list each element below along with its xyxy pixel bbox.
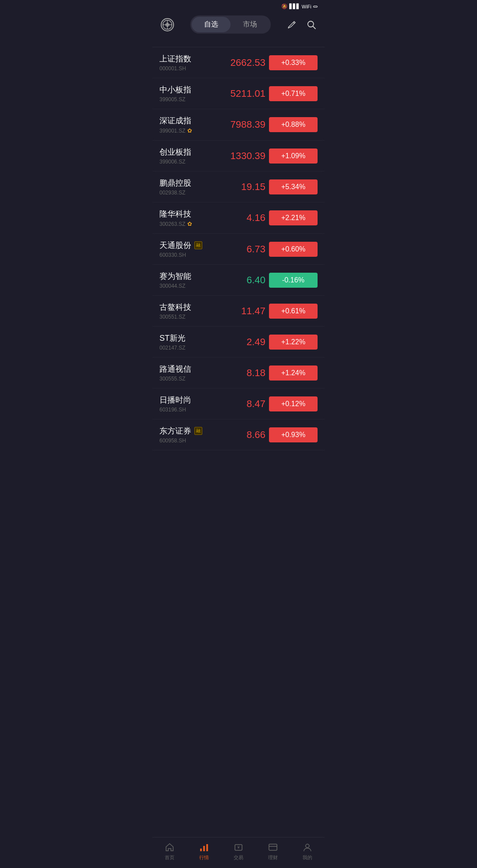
nav-label-home: 首页: [165, 854, 174, 861]
stock-code: 300551.SZ: [159, 314, 217, 320]
stock-info: 赛为智能 300044.SZ: [159, 271, 217, 289]
svg-rect-14: [269, 844, 277, 850]
finance-icon: [268, 842, 278, 853]
stock-name: 天通股份融: [159, 240, 217, 251]
stock-code: 002147.SZ: [159, 345, 217, 351]
nav-label-market: 行情: [199, 854, 209, 861]
battery-icon: [313, 6, 318, 8]
stock-price: 4.16: [217, 212, 265, 224]
change-badge: +0.93%: [269, 427, 318, 442]
trade-icon: ¥: [233, 842, 244, 853]
stock-info: 鹏鼎控股 002938.SZ: [159, 178, 217, 196]
tab-zixuan[interactable]: 自选: [192, 17, 231, 32]
stock-item[interactable]: 天通股份融 600330.SH 6.73 +0.60%: [152, 234, 325, 265]
stock-price: 11.47: [217, 305, 265, 317]
status-icons: 🔕 ▋▋▋ WiFi: [280, 4, 318, 9]
svg-point-16: [306, 844, 309, 848]
column-header: [152, 38, 325, 47]
stock-price: 5211.01: [217, 88, 265, 99]
stock-item[interactable]: ST新光 002147.SZ 2.49 +1.22%: [152, 327, 325, 358]
stock-code: 300263.SZ✿: [159, 221, 217, 227]
svg-text:¥: ¥: [237, 845, 240, 849]
stock-item[interactable]: 鹏鼎控股 002938.SZ 19.15 +5.34%: [152, 171, 325, 202]
star-icon: ✿: [187, 221, 192, 227]
tab-group: 自选 市场: [190, 15, 271, 34]
rong-tag: 融: [194, 241, 202, 249]
stock-name: 创业板指: [159, 147, 217, 157]
stock-info: 深证成指 399001.SZ✿: [159, 115, 217, 134]
change-badge: +1.22%: [269, 335, 318, 350]
tab-shichang[interactable]: 市场: [231, 17, 269, 32]
stock-price: 8.47: [217, 398, 265, 410]
bottom-nav: 首页 行情 ¥ 交易 理财 我的: [152, 837, 325, 868]
stock-price: 8.66: [217, 429, 265, 441]
wifi-icon: WiFi: [302, 4, 311, 9]
stock-code: 300044.SZ: [159, 283, 217, 289]
stock-item[interactable]: 深证成指 399001.SZ✿ 7988.39 +0.88%: [152, 109, 325, 141]
nav-item-finance[interactable]: 理财: [256, 842, 290, 861]
stock-item[interactable]: 创业板指 399006.SZ 1330.39 +1.09%: [152, 141, 325, 171]
stock-item[interactable]: 隆华科技 300263.SZ✿ 4.16 +2.21%: [152, 202, 325, 234]
stock-code: 399006.SZ: [159, 159, 217, 165]
change-badge: +5.34%: [269, 179, 318, 194]
rong-tag: 融: [194, 427, 202, 435]
nav-item-market[interactable]: 行情: [187, 842, 221, 861]
stock-code: 603196.SH: [159, 407, 217, 413]
mine-icon: [302, 842, 313, 853]
stock-item[interactable]: 日播时尚 603196.SH 8.47 +0.12%: [152, 388, 325, 419]
stock-info: 上证指数 000001.SH: [159, 53, 217, 72]
stock-code: 300555.SZ: [159, 376, 217, 382]
header: 自选 市场: [152, 11, 325, 38]
svg-rect-11: [206, 844, 208, 851]
nav-label-mine: 我的: [303, 854, 312, 861]
nav-label-trade: 交易: [234, 854, 243, 861]
stock-name: 路通视信: [159, 364, 217, 374]
nav-item-mine[interactable]: 我的: [290, 842, 325, 861]
mute-icon: 🔕: [281, 4, 288, 9]
change-badge: +2.21%: [269, 210, 318, 225]
stock-info: 创业板指 399006.SZ: [159, 147, 217, 165]
location-button[interactable]: [159, 17, 175, 33]
edit-button[interactable]: [286, 19, 298, 31]
stock-info: ST新光 002147.SZ: [159, 333, 217, 351]
change-badge: +0.60%: [269, 242, 318, 257]
change-badge: +1.09%: [269, 148, 318, 164]
stock-price: 19.15: [217, 181, 265, 193]
stock-list: 上证指数 000001.SH 2662.53 +0.33% 中小板指 39900…: [152, 47, 325, 481]
stock-code: 399001.SZ✿: [159, 127, 217, 134]
status-bar: 🔕 ▋▋▋ WiFi: [152, 0, 325, 11]
stock-price: 2.49: [217, 336, 265, 348]
nav-label-finance: 理财: [268, 854, 278, 861]
svg-rect-10: [203, 846, 205, 851]
stock-info: 隆华科技 300263.SZ✿: [159, 209, 217, 227]
target-icon: [161, 18, 174, 31]
stock-info: 东方证券融 600958.SH: [159, 426, 217, 444]
stock-name: 上证指数: [159, 53, 217, 64]
stock-item[interactable]: 赛为智能 300044.SZ 6.40 -0.16%: [152, 265, 325, 296]
change-badge: +0.71%: [269, 86, 318, 101]
stock-item[interactable]: 路通视信 300555.SZ 8.18 +1.24%: [152, 358, 325, 388]
stock-info: 天通股份融 600330.SH: [159, 240, 217, 258]
signal-bars: ▋▋▋: [289, 4, 300, 9]
stock-code: 000001.SH: [159, 65, 217, 72]
stock-code: 002938.SZ: [159, 190, 217, 196]
stock-price: 2662.53: [217, 57, 265, 69]
home-icon: [164, 842, 175, 853]
change-badge: -0.16%: [269, 273, 318, 288]
star-icon: ✿: [187, 127, 192, 134]
change-badge: +0.61%: [269, 304, 318, 319]
change-badge: +0.33%: [269, 55, 318, 70]
search-button[interactable]: [305, 19, 318, 31]
stock-item[interactable]: 东方证券融 600958.SH 8.66 +0.93%: [152, 419, 325, 450]
nav-item-trade[interactable]: ¥ 交易: [221, 842, 256, 861]
stock-name: ST新光: [159, 333, 217, 343]
svg-point-5: [166, 23, 169, 26]
stock-info: 古鳌科技 300551.SZ: [159, 302, 217, 320]
stock-item[interactable]: 上证指数 000001.SH 2662.53 +0.33%: [152, 47, 325, 78]
stock-name: 深证成指: [159, 115, 217, 126]
stock-name: 隆华科技: [159, 209, 217, 219]
stock-item[interactable]: 古鳌科技 300551.SZ 11.47 +0.61%: [152, 296, 325, 327]
stock-item[interactable]: 中小板指 399005.SZ 5211.01 +0.71%: [152, 78, 325, 109]
svg-rect-9: [200, 849, 202, 851]
nav-item-home[interactable]: 首页: [152, 842, 187, 861]
